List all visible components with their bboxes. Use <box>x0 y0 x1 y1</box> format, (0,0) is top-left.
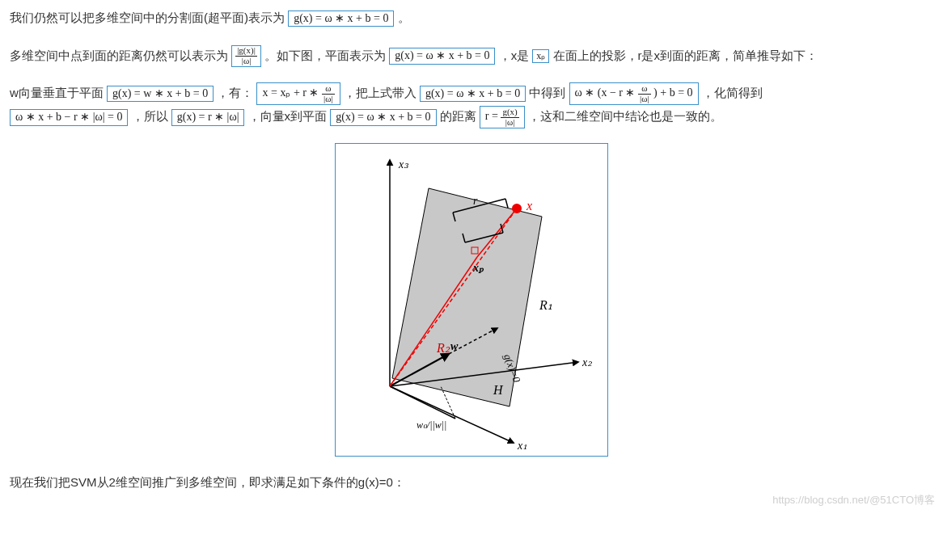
svg-text:xₚ: xₚ <box>472 262 484 274</box>
text: ，化简得到 <box>702 86 763 99</box>
text: ，所以 <box>132 109 168 123</box>
svg-text:x₂: x₂ <box>581 356 592 368</box>
formula-distance-frac: |g(x)||ω| <box>231 45 261 66</box>
text: 中得到 <box>529 86 565 99</box>
text: ，有： <box>217 86 253 99</box>
formula-gx-rw: g(x) = r ∗ |ω| <box>171 109 245 126</box>
paragraph-4: 现在我们把SVM从2维空间推广到多维空间，即求满足如下条件的g(x)=0： <box>10 471 933 495</box>
svg-text:x: x <box>526 199 532 213</box>
figure-hyperplane-diagram: R₁ R₂ H g(x)=0 x₃ x₂ x₁ w w₀/||w|| x <box>335 143 608 457</box>
svg-text:R₂: R₂ <box>436 341 450 355</box>
text: ，这和二维空间中结论也是一致的。 <box>528 109 722 123</box>
formula-hyperplane: g(x) = ω ∗ x + b = 0 <box>288 11 394 27</box>
formula-xp: xₚ <box>532 49 549 62</box>
text: ，x是 <box>499 48 530 62</box>
text: 。如下图，平面表示为 <box>264 48 386 62</box>
text: ，把上式带入 <box>344 86 417 99</box>
text: 我们仍然可以把多维空间中的分割面(超平面)表示为 <box>10 11 285 24</box>
text: 。 <box>398 11 410 24</box>
svg-text:R₁: R₁ <box>539 298 552 312</box>
paragraph-2: 多维空间中点到面的距离仍然可以表示为 |g(x)||ω| 。如下图，平面表示为 … <box>10 44 933 68</box>
formula-w-plane: g(x) = w ∗ x + b = 0 <box>107 86 214 103</box>
text: 的距离 <box>440 109 476 123</box>
svg-text:r: r <box>473 195 478 207</box>
formula-r-eq: r = g(x)|ω| <box>480 106 525 128</box>
paragraph-1: 我们仍然可以把多维空间中的分割面(超平面)表示为 g(x) = ω ∗ x + … <box>10 6 933 30</box>
svg-text:x₁: x₁ <box>517 440 527 452</box>
figure-wrap: R₁ R₂ H g(x)=0 x₃ x₂ x₁ w w₀/||w|| x <box>10 143 933 457</box>
paragraph-3: w向量垂直于平面 g(x) = w ∗ x + b = 0 ，有： x = xₚ… <box>10 82 933 128</box>
formula-simplified: ω ∗ x + b − r ∗ |ω| = 0 <box>10 109 128 126</box>
svg-text:H: H <box>493 383 504 397</box>
formula-substitute-into: g(x) = ω ∗ x + b = 0 <box>420 86 526 103</box>
text: 多维空间中点到面的距离仍然可以表示为 <box>10 48 228 62</box>
text: 现在我们把SVM从2维空间推广到多维空间，即求满足如下条件的g(x)=0： <box>10 475 405 489</box>
formula-x-eq: x = xₚ + r ∗ ω|ω| <box>256 82 340 105</box>
svg-text:x₃: x₃ <box>398 158 408 171</box>
text: ，向量x到平面 <box>248 109 328 123</box>
text: w向量垂直于平面 <box>10 86 104 99</box>
svg-line-26 <box>505 199 508 208</box>
formula-plane-eq: g(x) = ω ∗ x + b = 0 <box>389 48 495 65</box>
svg-text:w₀/||w||: w₀/||w|| <box>417 419 446 431</box>
formula-plane-eq-2: g(x) = ω ∗ x + b = 0 <box>330 109 436 126</box>
formula-expanded: ω ∗ (x − r ∗ ω|ω| ) + b = 0 <box>569 82 699 105</box>
text: 在面上的投影，r是x到面的距离，简单推导如下： <box>553 48 818 62</box>
